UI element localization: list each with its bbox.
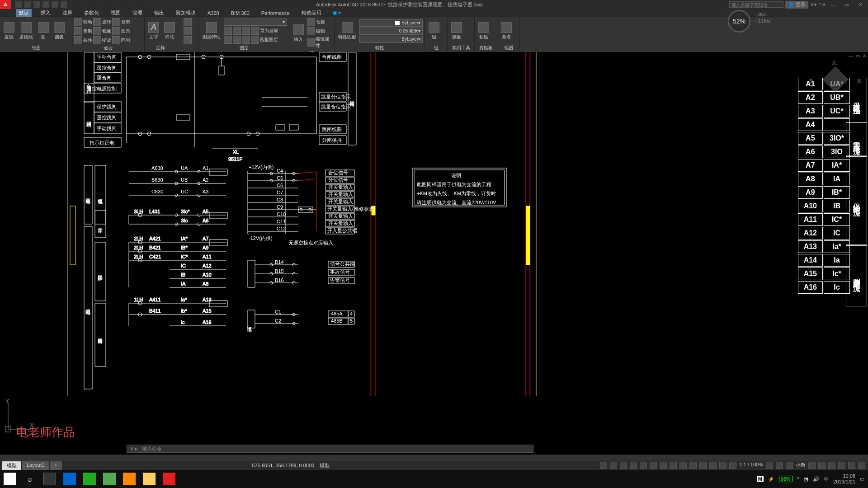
isolate-icon[interactable] xyxy=(828,462,835,469)
qat-new-icon[interactable] xyxy=(15,1,22,8)
anno-scale[interactable]: 1:1 / 100% xyxy=(739,462,763,469)
linetype-dropdown[interactable]: ByLayer ▾ xyxy=(359,36,423,43)
tab-featured[interactable]: 精选应用 xyxy=(299,9,324,17)
tb-autocad[interactable] xyxy=(159,470,179,488)
lock-ui-icon[interactable] xyxy=(818,462,826,469)
customize-icon[interactable] xyxy=(858,462,865,469)
tab-view[interactable]: 视图 xyxy=(108,9,123,17)
tab-a360[interactable]: A360 xyxy=(205,10,222,16)
tray-m-icon[interactable]: M xyxy=(757,476,764,482)
tab-annotate[interactable]: 注释 xyxy=(60,9,75,17)
line-button[interactable]: 直线 xyxy=(2,21,16,41)
snap-toggle-icon[interactable] xyxy=(610,462,617,469)
quick-props-icon[interactable] xyxy=(808,462,816,469)
start-button[interactable] xyxy=(0,470,20,488)
copy-icon[interactable] xyxy=(74,27,82,35)
polar-toggle-icon[interactable] xyxy=(630,462,637,469)
move-icon[interactable] xyxy=(74,18,82,26)
stretch-icon[interactable] xyxy=(74,36,82,44)
scale-icon[interactable] xyxy=(93,36,101,44)
tray-ime-icon[interactable]: 中 xyxy=(824,476,829,483)
group-button[interactable]: 组 xyxy=(427,21,441,41)
tray-clock[interactable]: 10:062019/1/21 xyxy=(833,473,855,485)
circle-button[interactable]: 圆 xyxy=(36,21,51,41)
color-dropdown[interactable]: ByLayer ▾ xyxy=(359,19,423,27)
gizmo-icon[interactable] xyxy=(729,462,736,469)
qprops-icon[interactable] xyxy=(709,462,717,469)
tb-app1[interactable] xyxy=(80,470,99,488)
tray-notif-icon[interactable]: ▭ xyxy=(860,476,864,482)
tab-output[interactable]: 输出 xyxy=(151,9,167,17)
transparency-icon[interactable] xyxy=(670,462,677,469)
tray-vol-icon[interactable]: 🔊 xyxy=(813,476,819,482)
otrack-toggle-icon[interactable] xyxy=(650,462,657,469)
workspace-icon[interactable] xyxy=(776,462,783,469)
tab-addins[interactable]: 附加模块 xyxy=(173,9,198,17)
tb-edge[interactable] xyxy=(60,470,80,488)
anno-vis-icon[interactable] xyxy=(766,462,773,469)
qat-open-icon[interactable] xyxy=(24,1,31,8)
exchange-icon[interactable]: ✕▾ xyxy=(810,2,817,8)
measure-button[interactable]: 测量 xyxy=(449,21,464,41)
dim-dd[interactable] xyxy=(184,27,192,35)
tray-net-icon[interactable]: ⬔ xyxy=(804,476,808,482)
sel-filter-icon[interactable] xyxy=(719,462,726,469)
basepoint-button[interactable]: 基点 xyxy=(499,21,514,41)
tab-default[interactable]: 默认 xyxy=(16,9,32,17)
qat-print-icon[interactable] xyxy=(61,1,67,8)
tab-insert[interactable]: 插入 xyxy=(38,9,53,17)
qat-undo-icon[interactable] xyxy=(42,1,49,8)
tab-parametric[interactable]: 参数化 xyxy=(81,9,102,17)
linetype-dd[interactable] xyxy=(184,18,192,26)
tab-manage[interactable]: 管理 xyxy=(130,9,145,17)
layer-prop-button[interactable]: 图层特性 xyxy=(201,21,222,41)
table-dd[interactable] xyxy=(184,36,192,44)
minimize-button[interactable]: — xyxy=(827,0,839,9)
tb-explorer[interactable] xyxy=(139,470,159,488)
ortho-toggle-icon[interactable] xyxy=(620,462,627,469)
drawing-canvas[interactable]: — ▭ ✕ 合闸回路 手动合闸 遥控合闸 重合闸 遥控电源控制 跳闸回路 保护跳… xyxy=(0,52,868,461)
command-line[interactable]: ✕ ▸_ 键入命令 xyxy=(127,445,533,453)
tab-add[interactable]: + xyxy=(49,461,62,470)
fillet-icon[interactable] xyxy=(112,27,120,35)
search-input[interactable]: 键入关键字或短语 xyxy=(729,1,783,8)
dyn-input-icon[interactable] xyxy=(699,462,707,469)
grid-toggle-icon[interactable] xyxy=(600,462,607,469)
lwt-toggle-icon[interactable] xyxy=(660,462,667,469)
units-label[interactable]: 小数 xyxy=(796,462,806,469)
matchprop-button[interactable]: 特性匹配 xyxy=(336,21,358,41)
maximize-button[interactable]: ▭ xyxy=(841,0,853,9)
qat-save-icon[interactable] xyxy=(33,1,40,8)
search-icon[interactable]: ⌕ xyxy=(20,470,40,488)
tab-model[interactable]: 模型 xyxy=(2,461,22,470)
close-button[interactable]: ✕ xyxy=(854,0,866,9)
tray-battery[interactable]: 96% xyxy=(779,476,793,482)
horizontal-scrollbar[interactable] xyxy=(0,455,868,461)
tab-performance[interactable]: Performance xyxy=(259,10,292,16)
tb-app3[interactable] xyxy=(119,470,139,488)
array-icon[interactable] xyxy=(112,36,120,44)
app-logo[interactable]: A xyxy=(0,0,11,9)
tb-app2[interactable] xyxy=(99,470,119,488)
tab-bim360[interactable]: BIM 360 xyxy=(228,10,252,16)
polyline-button[interactable]: 多段线 xyxy=(18,21,35,41)
style-button[interactable]: 样式 xyxy=(162,21,177,41)
mirror-icon[interactable] xyxy=(93,27,101,35)
tray-up-icon[interactable]: ^ xyxy=(797,476,799,482)
arc-button[interactable]: 圆弧 xyxy=(52,21,66,41)
trim-icon[interactable] xyxy=(112,18,120,26)
osnap-toggle-icon[interactable] xyxy=(640,462,647,469)
help-icon[interactable]: ? ▾ xyxy=(819,2,826,8)
hw-accel-icon[interactable] xyxy=(838,462,845,469)
taskview-icon[interactable] xyxy=(40,470,60,488)
login-button[interactable]: 👤 登录 xyxy=(785,1,808,9)
lineweight-dropdown[interactable]: 0.05 毫米 ▾ xyxy=(359,28,423,35)
insert-button[interactable]: 插入 xyxy=(291,23,306,43)
layer-dropdown[interactable]: ▾ xyxy=(224,19,287,26)
view-cube[interactable]: 北 西 东 xyxy=(815,61,855,102)
rotate-icon[interactable] xyxy=(93,18,101,26)
text-button[interactable]: A文字 xyxy=(146,21,161,41)
clean-screen-icon[interactable] xyxy=(848,462,855,469)
qat-redo-icon[interactable] xyxy=(52,1,58,8)
3dosnap-icon[interactable] xyxy=(689,462,697,469)
